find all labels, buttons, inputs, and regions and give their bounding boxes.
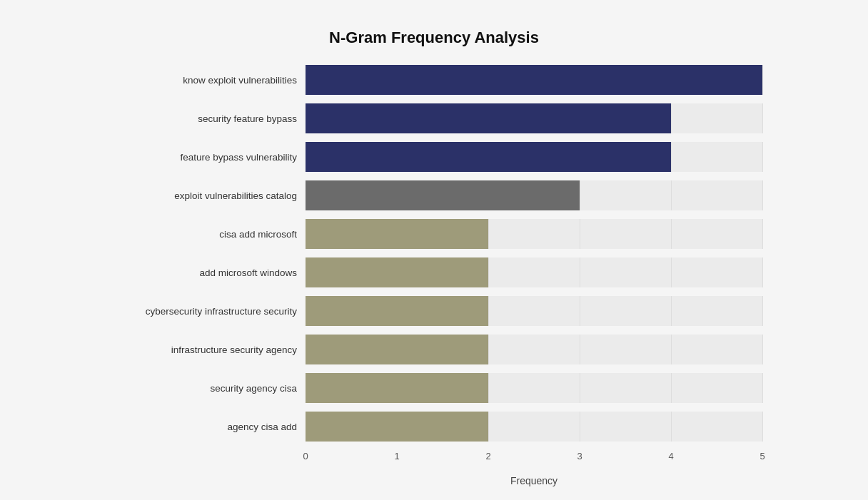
bar-label: agency cisa add <box>106 422 306 432</box>
bar-row: exploit vulnerabilities catalog <box>106 177 762 214</box>
bar-label: cisa add microsoft <box>106 229 306 240</box>
bar-label: security agency cisa <box>106 383 306 394</box>
bar-fill <box>306 335 488 364</box>
bar-row: security agency cisa <box>106 369 762 407</box>
bar-label: infrastructure security agency <box>106 345 306 355</box>
bar-row: feature bypass vulnerability <box>106 138 762 175</box>
x-tick: 4 <box>668 451 673 461</box>
x-tick: 2 <box>485 451 490 461</box>
bar-fill <box>306 180 580 210</box>
bar-track <box>306 257 762 287</box>
bar-row: agency cisa add <box>106 408 762 445</box>
chart-area: know exploit vulnerabilitiessecurity fea… <box>106 61 762 447</box>
bar-label: feature bypass vulnerability <box>106 152 306 163</box>
x-tick: 1 <box>394 451 399 461</box>
x-tick: 3 <box>577 451 582 461</box>
bar-row: cybersecurity infrastructure security <box>106 292 762 330</box>
bar-fill <box>306 373 488 403</box>
bar-label: cybersecurity infrastructure security <box>106 306 306 317</box>
x-tick: 5 <box>760 451 764 461</box>
bar-track <box>306 180 762 210</box>
bar-track <box>306 103 762 133</box>
x-tick: 0 <box>303 451 308 461</box>
bar-label: security feature bypass <box>106 113 306 124</box>
x-axis-track: 012345 <box>306 451 762 472</box>
x-axis-label: Frequency <box>306 475 762 486</box>
chart-title: N-Gram Frequency Analysis <box>106 29 762 47</box>
bar-label: add microsoft windows <box>106 267 306 278</box>
bar-label: know exploit vulnerabilities <box>106 75 306 86</box>
x-axis-area: 012345 <box>106 451 762 472</box>
bar-fill <box>306 142 671 172</box>
bar-fill <box>306 257 488 287</box>
bar-fill <box>306 296 488 326</box>
bar-track <box>306 373 762 403</box>
chart-container: N-Gram Frequency Analysis know exploit v… <box>77 14 791 500</box>
bar-fill <box>306 103 671 133</box>
bar-track <box>306 65 762 95</box>
bar-track <box>306 219 762 249</box>
bar-track <box>306 142 762 172</box>
bar-fill <box>306 219 488 249</box>
bar-row: cisa add microsoft <box>106 215 762 252</box>
bar-row: security feature bypass <box>106 100 762 137</box>
bar-track <box>306 296 762 326</box>
bar-row: add microsoft windows <box>106 254 762 291</box>
bar-track <box>306 335 762 364</box>
bar-track <box>306 412 762 442</box>
bar-fill <box>306 412 488 442</box>
bar-row: know exploit vulnerabilities <box>106 61 762 98</box>
bar-label: exploit vulnerabilities catalog <box>106 190 306 201</box>
bar-fill <box>306 65 762 95</box>
x-axis-spacer <box>106 451 306 472</box>
bar-row: infrastructure security agency <box>106 331 762 368</box>
